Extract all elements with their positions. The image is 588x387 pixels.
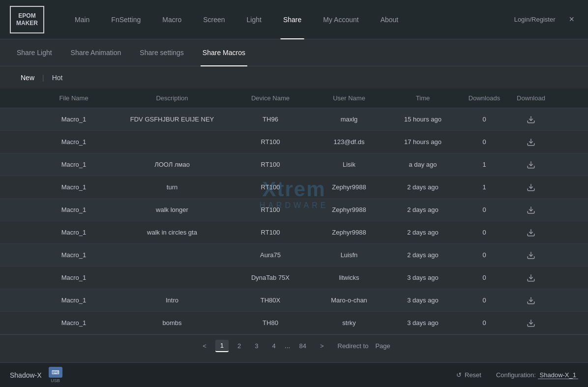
td-description: ЛООЛ лмао [113, 161, 231, 168]
download-button[interactable] [511, 296, 551, 305]
th-description: Description [113, 94, 231, 102]
td-username: strky [310, 319, 388, 327]
td-description: turn [113, 183, 231, 191]
th-filename: File Name [34, 94, 113, 102]
table-row: Macro_1 DynaTab 75X litwicks 3 days ago … [0, 267, 588, 289]
nav-macro[interactable]: Macro [151, 0, 192, 39]
nav-fnsetting[interactable]: FnSetting [100, 0, 151, 39]
table-container: Macro_1 FDV GSFHJBUR EUIJE NEY TH96 maxl… [0, 108, 588, 334]
td-username: Zephyr9988 [310, 183, 388, 191]
usb-icon-wrap: ⌨ USB [49, 367, 62, 383]
bottom-bar: Shadow-X ⌨ USB ↺ Reset Configuration: Sh… [0, 362, 588, 387]
config-value: Shadow-X_1 [538, 371, 578, 379]
td-devicename: TH80X [231, 297, 310, 304]
nav-about[interactable]: About [370, 0, 410, 39]
page-prev[interactable]: < [198, 340, 211, 352]
td-time: 3 days ago [388, 297, 457, 304]
nav-screen[interactable]: Screen [192, 0, 235, 39]
page-2[interactable]: 2 [233, 340, 246, 352]
usb-icon: ⌨ [49, 367, 62, 378]
td-username: 123@df.ds [310, 138, 388, 146]
table-row: Macro_1 Intro TH80X Maro-o-chan 3 days a… [0, 289, 588, 312]
nav-light[interactable]: Light [236, 0, 272, 39]
filter-new[interactable]: New [15, 66, 40, 89]
nav-myaccount[interactable]: My Account [312, 0, 369, 39]
td-username: maxlg [310, 116, 388, 123]
config-label: Configuration: [496, 371, 536, 379]
device-name-label: Shadow-X [10, 371, 42, 379]
table-row: Macro_1 RT100 123@df.ds 17 hours ago 0 [0, 131, 588, 153]
sub-nav-share-animation[interactable]: Share Animation [69, 39, 123, 66]
td-downloads: 0 [457, 274, 511, 281]
td-time: 3 days ago [388, 274, 457, 281]
table-row: Macro_1 ЛООЛ лмао RT100 Lisik a day ago … [0, 153, 588, 176]
sub-nav-share-settings[interactable]: Share settings [138, 39, 186, 66]
td-description: walk in circles gta [113, 229, 231, 236]
download-button[interactable] [511, 228, 551, 237]
sub-nav: Share Light Share Animation Share settin… [0, 39, 588, 66]
td-filename: Macro_1 [34, 161, 113, 168]
nav-share[interactable]: Share [272, 0, 312, 39]
close-button[interactable]: × [565, 12, 578, 27]
download-button[interactable] [511, 183, 551, 192]
page-dots: ... [285, 342, 291, 350]
download-button[interactable] [511, 138, 551, 147]
th-time: Time [388, 94, 457, 102]
td-downloads: 0 [457, 297, 511, 304]
download-button[interactable] [511, 273, 551, 282]
td-time: 2 days ago [388, 183, 457, 191]
th-username: User Name [310, 94, 388, 102]
td-time: 15 hours ago [388, 116, 457, 123]
td-downloads: 0 [457, 251, 511, 259]
page-input-label: Page [375, 342, 390, 350]
td-devicename: RT100 [231, 161, 310, 168]
td-time: 2 days ago [388, 251, 457, 259]
download-button[interactable] [511, 206, 551, 214]
td-downloads: 0 [457, 138, 511, 146]
sub-nav-share-macros[interactable]: Share Macros [201, 39, 247, 66]
reset-button[interactable]: ↺ Reset [456, 371, 481, 379]
table-row: Macro_1 FDV GSFHJBUR EUIJE NEY TH96 maxl… [0, 108, 588, 131]
download-button[interactable] [511, 115, 551, 124]
table-row: Macro_1 walk in circles gta RT100 Zephyr… [0, 221, 588, 244]
page-last[interactable]: 84 [294, 340, 311, 352]
download-button[interactable] [511, 160, 551, 169]
download-button[interactable] [511, 319, 551, 327]
page-1[interactable]: 1 [215, 340, 229, 352]
td-filename: Macro_1 [34, 183, 113, 191]
nav-main[interactable]: Main [64, 0, 100, 39]
td-devicename: DynaTab 75X [231, 274, 310, 281]
td-filename: Macro_1 [34, 138, 113, 146]
td-filename: Macro_1 [34, 229, 113, 236]
td-time: 17 hours ago [388, 138, 457, 146]
sub-nav-share-light[interactable]: Share Light [15, 39, 54, 66]
td-filename: Macro_1 [34, 116, 113, 123]
td-downloads: 0 [457, 116, 511, 123]
login-register-button[interactable]: Login/Register [514, 16, 556, 23]
filter-hot[interactable]: Hot [46, 66, 69, 89]
reset-icon: ↺ [456, 371, 462, 379]
th-download: Download [511, 94, 551, 102]
td-devicename: RT100 [231, 183, 310, 191]
td-username: Maro-o-chan [310, 297, 388, 304]
td-username: litwicks [310, 274, 388, 281]
td-devicename: RT100 [231, 229, 310, 236]
td-time: a day ago [388, 161, 457, 168]
main-nav: Main FnSetting Macro Screen Light Share … [64, 0, 514, 39]
top-right: Login/Register × [514, 12, 578, 27]
page-4[interactable]: 4 [267, 340, 281, 352]
pagination: < 1 2 3 4 ... 84 > Redirect to Page [0, 334, 588, 357]
download-button[interactable] [511, 251, 551, 260]
page-next[interactable]: > [315, 340, 329, 352]
td-username: Zephyr9988 [310, 229, 388, 236]
reset-label: Reset [465, 371, 481, 379]
td-devicename: RT100 [231, 138, 310, 146]
td-time: 2 days ago [388, 229, 457, 236]
td-time: 2 days ago [388, 206, 457, 213]
td-description: bombs [113, 319, 231, 327]
table-row: Macro_1 turn RT100 Zephyr9988 2 days ago… [0, 176, 588, 199]
td-downloads: 0 [457, 206, 511, 213]
page-3[interactable]: 3 [250, 340, 263, 352]
td-description: walk longer [113, 206, 231, 213]
td-filename: Macro_1 [34, 206, 113, 213]
